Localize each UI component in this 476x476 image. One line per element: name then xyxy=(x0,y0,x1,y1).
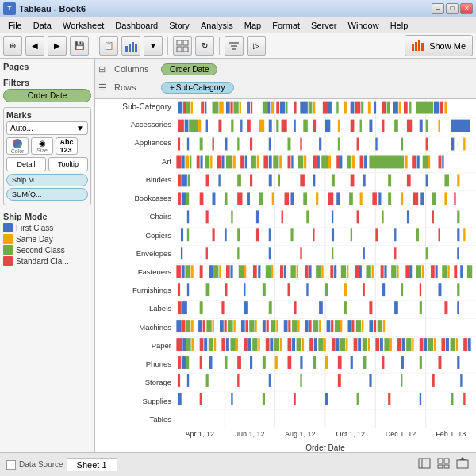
menu-worksheet[interactable]: Worksheet xyxy=(58,19,109,32)
svg-rect-325 xyxy=(228,320,232,332)
window-title: Tableau - Book6 xyxy=(19,4,86,13)
x-axis-title: Order Date xyxy=(175,443,476,452)
menu-story[interactable]: Story xyxy=(164,19,194,32)
svg-rect-331 xyxy=(263,320,266,332)
svg-rect-138 xyxy=(328,156,331,169)
menu-analysis[interactable]: Analysis xyxy=(196,19,238,32)
maximize-button[interactable]: □ xyxy=(446,3,459,14)
rows-pill[interactable]: + Sub-Category xyxy=(161,82,234,94)
svg-rect-346 xyxy=(340,320,342,332)
new-story-icon[interactable] xyxy=(455,457,470,472)
svg-rect-170 xyxy=(444,174,449,186)
menu-server[interactable]: Server xyxy=(306,19,341,32)
back-button[interactable]: ◀ xyxy=(25,36,44,56)
svg-rect-376 xyxy=(292,338,295,351)
present-button[interactable]: ▷ xyxy=(247,36,266,56)
svg-rect-50 xyxy=(355,102,360,114)
filter-button[interactable] xyxy=(225,36,244,56)
menu-file[interactable]: File xyxy=(3,19,27,32)
svg-rect-261 xyxy=(321,265,323,278)
svg-rect-62 xyxy=(440,102,443,114)
svg-rect-311 xyxy=(394,301,398,314)
minimize-button[interactable]: – xyxy=(432,3,444,14)
svg-rect-14 xyxy=(421,43,424,51)
svg-rect-290 xyxy=(263,283,266,296)
new-dashboard-icon[interactable] xyxy=(436,457,451,472)
size-button[interactable]: ◉ Size xyxy=(31,137,53,155)
menu-map[interactable]: Map xyxy=(240,19,266,32)
svg-rect-216 xyxy=(256,228,259,241)
svg-rect-299 xyxy=(439,283,442,296)
rows-pill-plus: + xyxy=(170,83,175,92)
filter-order-date[interactable]: Order Date xyxy=(3,89,91,102)
svg-rect-260 xyxy=(316,265,321,278)
svg-rect-103 xyxy=(338,138,340,151)
svg-rect-452 xyxy=(463,393,465,405)
svg-rect-258 xyxy=(305,265,309,278)
svg-rect-7 xyxy=(183,47,188,52)
svg-rect-359 xyxy=(200,338,204,351)
svg-rect-39 xyxy=(280,102,285,114)
close-button[interactable]: ✕ xyxy=(460,3,473,14)
ship-mode-pill[interactable]: Ship M... xyxy=(6,174,88,186)
svg-rect-383 xyxy=(332,338,336,351)
svg-rect-352 xyxy=(374,320,376,332)
svg-rect-442 xyxy=(178,393,182,405)
show-me-icon xyxy=(412,38,426,53)
menu-data[interactable]: Data xyxy=(29,19,56,32)
color-label: Color xyxy=(11,148,25,154)
svg-rect-410 xyxy=(182,356,186,369)
svg-rect-209 xyxy=(432,210,434,223)
new-datasource-button[interactable]: 📋 xyxy=(99,36,118,56)
tooltip-button[interactable]: Tooltip xyxy=(48,157,88,171)
svg-rect-396 xyxy=(402,338,405,351)
format-button[interactable] xyxy=(173,36,192,56)
svg-rect-427 xyxy=(401,356,404,369)
columns-pill[interactable]: Order Date xyxy=(161,63,217,75)
svg-rect-237 xyxy=(457,247,459,259)
bar-chart-button[interactable] xyxy=(121,36,140,56)
svg-rect-401 xyxy=(428,338,433,351)
y-label-envelopes: Envelopes xyxy=(95,244,175,263)
svg-rect-449 xyxy=(388,393,390,405)
chart-area xyxy=(175,99,476,428)
show-me-button[interactable]: Show Me xyxy=(405,35,473,56)
grid-icon[interactable]: ⊕ xyxy=(3,36,22,56)
y-label-phones: Phones xyxy=(95,355,175,373)
menu-format[interactable]: Format xyxy=(267,19,305,32)
label-button[interactable]: Abc123 xyxy=(56,137,78,155)
svg-rect-150 xyxy=(428,156,430,169)
save-button[interactable]: 💾 xyxy=(70,36,89,56)
detail-button[interactable]: Detail xyxy=(6,157,46,171)
svg-rect-398 xyxy=(412,338,413,351)
svg-rect-419 xyxy=(288,356,292,369)
svg-rect-6 xyxy=(177,47,182,52)
data-source-checkbox[interactable] xyxy=(6,460,16,470)
svg-rect-239 xyxy=(182,265,185,278)
svg-rect-259 xyxy=(309,265,311,278)
svg-rect-415 xyxy=(237,356,241,369)
marks-type-dropdown[interactable]: Auto... ▼ xyxy=(6,121,88,135)
same-day-label: Same Day xyxy=(16,235,53,244)
svg-rect-375 xyxy=(288,338,292,351)
forward-button[interactable]: ▶ xyxy=(48,36,67,56)
menu-help[interactable]: Help xyxy=(386,19,413,32)
color-button[interactable]: Color xyxy=(6,137,29,155)
chart-type-button[interactable]: ▼ xyxy=(144,36,163,56)
new-sheet-icon[interactable] xyxy=(417,457,432,472)
menu-window[interactable]: Window xyxy=(344,19,384,32)
svg-rect-112 xyxy=(182,156,185,169)
menu-dashboard[interactable]: Dashboard xyxy=(110,19,163,32)
refresh-button[interactable]: ↻ xyxy=(195,36,214,56)
sheet-1-tab[interactable]: Sheet 1 xyxy=(67,458,117,471)
svg-rect-342 xyxy=(319,320,321,332)
svg-rect-439 xyxy=(401,374,402,387)
svg-rect-412 xyxy=(200,356,202,369)
svg-rect-65 xyxy=(185,120,189,132)
rows-pill-label: Sub-Category xyxy=(176,83,225,92)
x-tick-aug: Aug 1, 12 xyxy=(275,430,325,438)
sum-quantity-pill[interactable]: SUM(Q... xyxy=(6,188,88,201)
svg-rect-182 xyxy=(285,192,290,205)
svg-rect-130 xyxy=(279,156,282,169)
svg-rect-203 xyxy=(282,210,283,223)
